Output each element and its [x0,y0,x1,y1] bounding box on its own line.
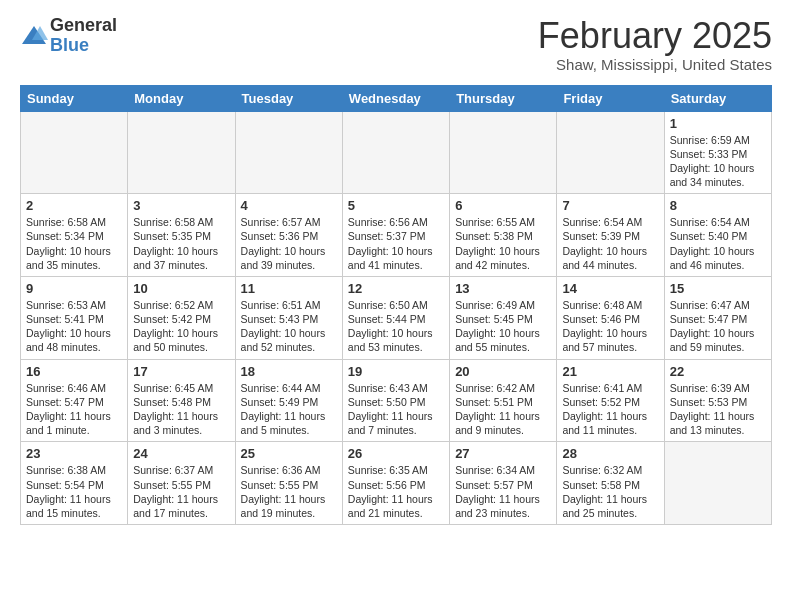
week-row-2: 9Sunrise: 6:53 AM Sunset: 5:41 PM Daylig… [21,276,772,359]
day-info: Sunrise: 6:52 AM Sunset: 5:42 PM Dayligh… [133,298,229,355]
day-cell [235,111,342,194]
day-cell: 8Sunrise: 6:54 AM Sunset: 5:40 PM Daylig… [664,194,771,277]
day-number: 16 [26,364,122,379]
day-cell: 14Sunrise: 6:48 AM Sunset: 5:46 PM Dayli… [557,276,664,359]
day-info: Sunrise: 6:45 AM Sunset: 5:48 PM Dayligh… [133,381,229,438]
day-number: 18 [241,364,337,379]
day-number: 7 [562,198,658,213]
week-row-0: 1Sunrise: 6:59 AM Sunset: 5:33 PM Daylig… [21,111,772,194]
day-cell: 2Sunrise: 6:58 AM Sunset: 5:34 PM Daylig… [21,194,128,277]
day-cell: 3Sunrise: 6:58 AM Sunset: 5:35 PM Daylig… [128,194,235,277]
day-number: 13 [455,281,551,296]
day-info: Sunrise: 6:38 AM Sunset: 5:54 PM Dayligh… [26,463,122,520]
day-info: Sunrise: 6:59 AM Sunset: 5:33 PM Dayligh… [670,133,766,190]
day-info: Sunrise: 6:37 AM Sunset: 5:55 PM Dayligh… [133,463,229,520]
day-number: 19 [348,364,444,379]
day-number: 2 [26,198,122,213]
day-info: Sunrise: 6:42 AM Sunset: 5:51 PM Dayligh… [455,381,551,438]
day-cell: 5Sunrise: 6:56 AM Sunset: 5:37 PM Daylig… [342,194,449,277]
day-cell [664,442,771,525]
day-cell: 27Sunrise: 6:34 AM Sunset: 5:57 PM Dayli… [450,442,557,525]
logo-blue: Blue [50,36,117,56]
day-number: 12 [348,281,444,296]
day-number: 5 [348,198,444,213]
title-area: February 2025 Shaw, Mississippi, United … [538,16,772,73]
day-info: Sunrise: 6:46 AM Sunset: 5:47 PM Dayligh… [26,381,122,438]
day-info: Sunrise: 6:54 AM Sunset: 5:40 PM Dayligh… [670,215,766,272]
day-info: Sunrise: 6:44 AM Sunset: 5:49 PM Dayligh… [241,381,337,438]
day-info: Sunrise: 6:39 AM Sunset: 5:53 PM Dayligh… [670,381,766,438]
day-cell: 19Sunrise: 6:43 AM Sunset: 5:50 PM Dayli… [342,359,449,442]
logo-area: General Blue [20,16,117,56]
week-row-3: 16Sunrise: 6:46 AM Sunset: 5:47 PM Dayli… [21,359,772,442]
col-wednesday: Wednesday [342,85,449,111]
day-cell [21,111,128,194]
day-cell [557,111,664,194]
col-thursday: Thursday [450,85,557,111]
logo-icon [20,24,48,48]
day-number: 6 [455,198,551,213]
week-row-4: 23Sunrise: 6:38 AM Sunset: 5:54 PM Dayli… [21,442,772,525]
day-cell: 24Sunrise: 6:37 AM Sunset: 5:55 PM Dayli… [128,442,235,525]
day-cell: 28Sunrise: 6:32 AM Sunset: 5:58 PM Dayli… [557,442,664,525]
day-cell: 12Sunrise: 6:50 AM Sunset: 5:44 PM Dayli… [342,276,449,359]
day-number: 17 [133,364,229,379]
day-cell: 16Sunrise: 6:46 AM Sunset: 5:47 PM Dayli… [21,359,128,442]
day-number: 20 [455,364,551,379]
day-cell: 22Sunrise: 6:39 AM Sunset: 5:53 PM Dayli… [664,359,771,442]
day-info: Sunrise: 6:50 AM Sunset: 5:44 PM Dayligh… [348,298,444,355]
day-cell: 25Sunrise: 6:36 AM Sunset: 5:55 PM Dayli… [235,442,342,525]
day-info: Sunrise: 6:41 AM Sunset: 5:52 PM Dayligh… [562,381,658,438]
day-cell [128,111,235,194]
day-info: Sunrise: 6:49 AM Sunset: 5:45 PM Dayligh… [455,298,551,355]
day-info: Sunrise: 6:58 AM Sunset: 5:35 PM Dayligh… [133,215,229,272]
day-cell: 11Sunrise: 6:51 AM Sunset: 5:43 PM Dayli… [235,276,342,359]
day-cell: 18Sunrise: 6:44 AM Sunset: 5:49 PM Dayli… [235,359,342,442]
day-number: 27 [455,446,551,461]
col-saturday: Saturday [664,85,771,111]
col-monday: Monday [128,85,235,111]
day-info: Sunrise: 6:43 AM Sunset: 5:50 PM Dayligh… [348,381,444,438]
page: General Blue February 2025 Shaw, Mississ… [0,0,792,535]
day-cell: 15Sunrise: 6:47 AM Sunset: 5:47 PM Dayli… [664,276,771,359]
day-number: 26 [348,446,444,461]
calendar-title: February 2025 [538,16,772,56]
day-cell [342,111,449,194]
day-cell: 6Sunrise: 6:55 AM Sunset: 5:38 PM Daylig… [450,194,557,277]
day-info: Sunrise: 6:57 AM Sunset: 5:36 PM Dayligh… [241,215,337,272]
day-info: Sunrise: 6:35 AM Sunset: 5:56 PM Dayligh… [348,463,444,520]
day-cell: 26Sunrise: 6:35 AM Sunset: 5:56 PM Dayli… [342,442,449,525]
header-row: Sunday Monday Tuesday Wednesday Thursday… [21,85,772,111]
day-cell: 4Sunrise: 6:57 AM Sunset: 5:36 PM Daylig… [235,194,342,277]
day-number: 22 [670,364,766,379]
day-cell: 17Sunrise: 6:45 AM Sunset: 5:48 PM Dayli… [128,359,235,442]
calendar-subtitle: Shaw, Mississippi, United States [538,56,772,73]
day-number: 10 [133,281,229,296]
day-number: 8 [670,198,766,213]
day-number: 4 [241,198,337,213]
calendar-table: Sunday Monday Tuesday Wednesday Thursday… [20,85,772,525]
day-info: Sunrise: 6:36 AM Sunset: 5:55 PM Dayligh… [241,463,337,520]
col-sunday: Sunday [21,85,128,111]
day-info: Sunrise: 6:34 AM Sunset: 5:57 PM Dayligh… [455,463,551,520]
day-cell [450,111,557,194]
day-info: Sunrise: 6:32 AM Sunset: 5:58 PM Dayligh… [562,463,658,520]
day-cell: 9Sunrise: 6:53 AM Sunset: 5:41 PM Daylig… [21,276,128,359]
day-info: Sunrise: 6:53 AM Sunset: 5:41 PM Dayligh… [26,298,122,355]
week-row-1: 2Sunrise: 6:58 AM Sunset: 5:34 PM Daylig… [21,194,772,277]
day-number: 24 [133,446,229,461]
day-cell: 1Sunrise: 6:59 AM Sunset: 5:33 PM Daylig… [664,111,771,194]
day-info: Sunrise: 6:51 AM Sunset: 5:43 PM Dayligh… [241,298,337,355]
col-friday: Friday [557,85,664,111]
day-info: Sunrise: 6:48 AM Sunset: 5:46 PM Dayligh… [562,298,658,355]
day-number: 9 [26,281,122,296]
day-number: 15 [670,281,766,296]
day-cell: 10Sunrise: 6:52 AM Sunset: 5:42 PM Dayli… [128,276,235,359]
day-number: 1 [670,116,766,131]
logo-text: General Blue [50,16,117,56]
day-number: 21 [562,364,658,379]
header: General Blue February 2025 Shaw, Mississ… [20,16,772,73]
day-cell: 7Sunrise: 6:54 AM Sunset: 5:39 PM Daylig… [557,194,664,277]
day-info: Sunrise: 6:56 AM Sunset: 5:37 PM Dayligh… [348,215,444,272]
day-number: 25 [241,446,337,461]
